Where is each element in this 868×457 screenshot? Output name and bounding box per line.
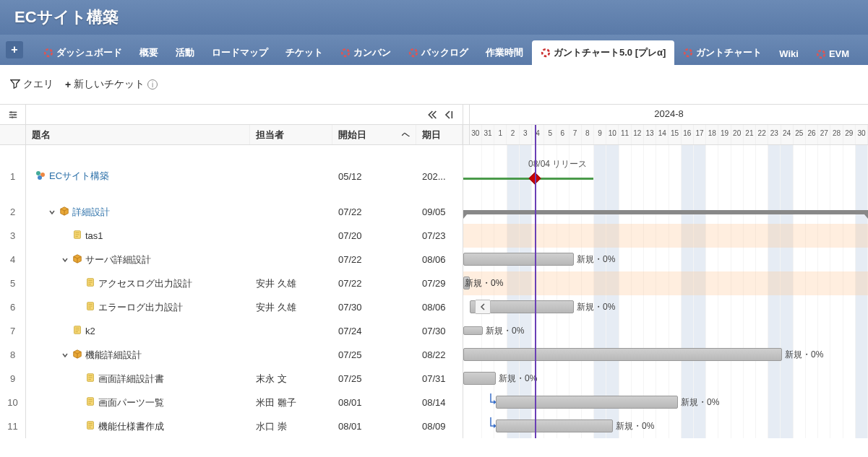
nav-bar: + ダッシュボード概要活動ロードマップチケットカンバンバックログ作業時間ガントチ… bbox=[0, 35, 868, 65]
tab-9[interactable]: ガントチャート bbox=[674, 40, 770, 65]
col-due[interactable]: 期日 bbox=[416, 125, 463, 144]
table-row[interactable]: tas107/2007/23 bbox=[26, 224, 463, 248]
start-cell: 07/30 bbox=[332, 302, 416, 313]
chevron-down-icon[interactable] bbox=[61, 352, 69, 359]
day-header: 10 bbox=[606, 125, 619, 144]
start-cell: 07/22 bbox=[332, 254, 416, 265]
gantt-bar[interactable] bbox=[463, 253, 574, 266]
gantt-row bbox=[463, 200, 868, 224]
task-name-cell: 画面詳細設計書 bbox=[26, 373, 250, 386]
day-header: 5 bbox=[544, 125, 557, 144]
gantt-bar[interactable] bbox=[496, 419, 613, 432]
start-cell: 07/20 bbox=[332, 230, 416, 241]
row-number: 9 bbox=[0, 367, 25, 391]
tab-0[interactable]: ダッシュボード bbox=[35, 40, 131, 65]
doc-icon bbox=[85, 301, 95, 313]
due-cell: 08/06 bbox=[416, 302, 463, 313]
ring-icon bbox=[541, 48, 551, 58]
tab-6[interactable]: バックログ bbox=[400, 40, 477, 65]
tab-7[interactable]: 作業時間 bbox=[477, 40, 532, 65]
gantt-row: 新規・0% bbox=[463, 414, 868, 438]
due-cell: 07/29 bbox=[416, 278, 463, 289]
day-header: 8 bbox=[582, 125, 594, 144]
bar-status-label: 新規・0% bbox=[577, 301, 615, 313]
svg-point-11 bbox=[38, 175, 42, 180]
col-assignee[interactable]: 担当者 bbox=[250, 125, 332, 144]
start-cell: 08/01 bbox=[332, 397, 416, 408]
row-number: 8 bbox=[0, 343, 25, 367]
table-row[interactable]: 機能詳細設計07/2508/22 bbox=[26, 343, 463, 367]
task-name-cell: ECサイト構築 bbox=[26, 170, 250, 183]
table-row[interactable]: 画面パーツ一覧米田 雛子08/0108/14 bbox=[26, 391, 463, 414]
chevron-down-icon[interactable] bbox=[48, 209, 56, 216]
tab-2[interactable]: 活動 bbox=[167, 40, 203, 65]
day-header: 14 bbox=[656, 125, 669, 144]
gantt-body: 08/04 リリース新規・0%新規・0%新規・0%新規・0%新規・0%新規・0%… bbox=[463, 145, 868, 438]
task-name-label: 画面詳細設計書 bbox=[98, 373, 164, 386]
bar-status-label: 新規・0% bbox=[465, 277, 503, 290]
sliders-icon bbox=[8, 110, 18, 120]
svg-point-6 bbox=[10, 111, 12, 113]
add-button[interactable]: + bbox=[6, 41, 23, 58]
row-number: 11 bbox=[0, 414, 25, 438]
row-number-gutter: 1234567891011 bbox=[0, 105, 26, 438]
summary-bar[interactable] bbox=[463, 210, 868, 214]
task-name-label: 機能仕様書作成 bbox=[98, 420, 164, 433]
table-row[interactable]: ECサイト構築05/12202... bbox=[26, 152, 463, 200]
gantt-row: 新規・0% bbox=[463, 319, 868, 343]
row-number: 5 bbox=[0, 271, 25, 295]
table-row[interactable]: 詳細設計07/2209/05 bbox=[26, 200, 463, 224]
ring-icon bbox=[340, 48, 351, 58]
task-name-cell: 画面パーツ一覧 bbox=[26, 396, 250, 409]
gantt-bar[interactable] bbox=[463, 326, 483, 335]
col-name[interactable]: 題名 bbox=[26, 125, 250, 144]
due-cell: 07/31 bbox=[416, 373, 463, 384]
col-start[interactable]: 開始日 ヘ bbox=[332, 125, 416, 144]
tab-1[interactable]: 概要 bbox=[131, 40, 167, 65]
gantt-bar[interactable] bbox=[496, 396, 678, 409]
doc-icon bbox=[85, 420, 95, 432]
tab-5[interactable]: カンバン bbox=[332, 40, 400, 65]
due-cell: 08/14 bbox=[416, 397, 463, 408]
collapse-single-icon[interactable] bbox=[442, 110, 457, 120]
tab-11[interactable]: EVM bbox=[807, 43, 858, 65]
gantt-bar[interactable] bbox=[463, 372, 496, 385]
task-name-label: 機能詳細設計 bbox=[85, 349, 142, 362]
day-header: 26 bbox=[806, 125, 818, 144]
gantt-row: 新規・0% bbox=[463, 248, 868, 271]
info-icon[interactable]: i bbox=[147, 79, 158, 90]
gantt-row bbox=[463, 224, 868, 248]
row-number: 7 bbox=[0, 319, 25, 343]
row-number: 2 bbox=[0, 200, 25, 224]
new-ticket-button[interactable]: + 新しいチケット i bbox=[65, 78, 158, 91]
collapse-left-icon[interactable] bbox=[426, 110, 441, 120]
tab-10[interactable]: Wiki bbox=[770, 43, 807, 65]
table-row[interactable]: アクセスログ出力設計安井 久雄07/2207/29 bbox=[26, 271, 463, 295]
day-header: 4 bbox=[532, 125, 544, 144]
due-cell: 07/23 bbox=[416, 230, 463, 241]
task-name-cell: 機能詳細設計 bbox=[26, 349, 250, 362]
tab-4[interactable]: チケット bbox=[277, 40, 332, 65]
row-number: 4 bbox=[0, 248, 25, 271]
tab-3[interactable]: ロードマップ bbox=[203, 40, 277, 65]
svg-point-7 bbox=[14, 113, 16, 116]
svg-point-5 bbox=[817, 51, 825, 58]
table-row[interactable]: サーバ詳細設計07/2208/06 bbox=[26, 248, 463, 271]
table-row[interactable]: 機能仕様書作成水口 崇08/0108/09 bbox=[26, 414, 463, 438]
header: ECサイト構築 bbox=[0, 0, 868, 35]
tab-8[interactable]: ガントチャート5.0 [プレα] bbox=[532, 40, 674, 65]
table-row[interactable]: エラーログ出力設計安井 久雄07/3008/06 bbox=[26, 295, 463, 319]
query-button[interactable]: クエリ bbox=[10, 78, 53, 91]
milestone-diamond-icon[interactable] bbox=[529, 173, 541, 185]
gantt-settings-button[interactable] bbox=[0, 105, 25, 125]
chevron-down-icon[interactable] bbox=[61, 256, 69, 264]
bar-status-label: 新規・0% bbox=[681, 396, 719, 409]
doc-icon bbox=[72, 325, 82, 337]
table-row[interactable]: k207/2407/30 bbox=[26, 319, 463, 343]
day-header: 2 bbox=[507, 125, 519, 144]
table-row[interactable]: 画面詳細設計書末永 文07/2507/31 bbox=[26, 367, 463, 391]
gantt-bar[interactable] bbox=[463, 348, 782, 361]
scroll-left-button[interactable] bbox=[475, 300, 491, 314]
toolbar: クエリ + 新しいチケット i bbox=[0, 65, 868, 104]
gantt-row: 新規・0% bbox=[463, 391, 868, 414]
